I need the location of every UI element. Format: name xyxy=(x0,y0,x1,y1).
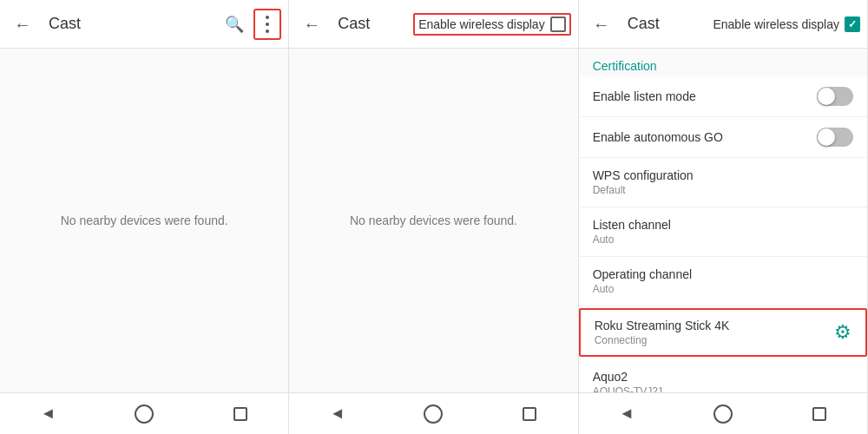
dot-3 xyxy=(266,30,269,33)
back-triangle-icon-2: ◄ xyxy=(330,404,345,423)
back-button-3[interactable]: ← xyxy=(586,9,617,40)
device-aquo2-status: AQUOS-TVJ21 xyxy=(593,385,664,392)
device-roku-highlight: Roku Streaming Stick 4K Connecting ⚙ xyxy=(579,308,867,357)
content-1: No nearby devices were found. xyxy=(0,49,288,392)
device-aquo2-text: Aquo2 AQUOS-TVJ21 xyxy=(593,370,664,392)
square-icon-1 xyxy=(233,407,247,421)
nav-recents-1[interactable] xyxy=(227,400,254,428)
setting-operating-channel[interactable]: Operating channel Auto xyxy=(579,257,867,306)
nav-recents-3[interactable] xyxy=(806,400,833,428)
enable-wireless-container-3: Enable wireless display xyxy=(713,16,860,32)
section-certification: Certification xyxy=(579,49,867,76)
content-2: No nearby devices were found. xyxy=(289,49,577,392)
device-roku-status: Connecting xyxy=(595,334,730,346)
menu-highlight-1 xyxy=(253,9,281,40)
panel-3: ← Cast Enable wireless display Certifica… xyxy=(579,0,868,434)
nav-home-3[interactable] xyxy=(709,400,737,428)
enable-wireless-label-2: Enable wireless display xyxy=(418,17,545,31)
gear-icon[interactable]: ⚙ xyxy=(834,321,852,344)
topbar-1: ← Cast 🔍 xyxy=(0,0,288,49)
setting-wps-config-label: WPS configuration xyxy=(593,168,694,182)
setting-operating-channel-text: Operating channel Auto xyxy=(593,267,692,295)
device-aquo2-name: Aquo2 xyxy=(593,370,664,384)
nav-home-2[interactable] xyxy=(419,400,447,428)
panel-2: ← Cast Enable wireless display No nearby… xyxy=(289,0,578,434)
setting-wps-config-sub: Default xyxy=(593,184,694,196)
circle-icon-1 xyxy=(135,404,154,424)
device-roku-name: Roku Streaming Stick 4K xyxy=(595,319,730,332)
setting-autonomous-go-label: Enable autonomous GO xyxy=(593,130,723,144)
no-devices-text-2: No nearby devices were found. xyxy=(350,214,517,227)
bottombar-2: ◄ xyxy=(289,392,577,434)
setting-listen-mode-text: Enable listen mode xyxy=(593,89,696,103)
search-button-1[interactable]: 🔍 xyxy=(219,9,250,40)
settings-content-3: Certification Enable listen mode Enable … xyxy=(579,49,867,392)
enable-wireless-checkbox-3[interactable] xyxy=(845,16,860,32)
circle-icon-2 xyxy=(424,404,443,424)
topbar-actions-1: 🔍 xyxy=(219,9,281,40)
bottombar-3: ◄ xyxy=(579,392,867,434)
setting-listen-channel-label: Listen channel xyxy=(593,218,671,232)
no-devices-text-1: No nearby devices were found. xyxy=(61,214,228,227)
setting-wps-config[interactable]: WPS configuration Default xyxy=(579,158,867,207)
three-dots-icon xyxy=(266,16,269,33)
enable-wireless-checkbox-2[interactable] xyxy=(550,16,566,32)
setting-listen-channel-sub: Auto xyxy=(593,233,671,246)
setting-autonomous-go-text: Enable autonomous GO xyxy=(593,130,723,144)
more-options-button-1[interactable] xyxy=(255,9,279,40)
nav-back-2[interactable]: ◄ xyxy=(324,400,352,428)
device-aquo2[interactable]: Aquo2 AQUOS-TVJ21 xyxy=(579,359,867,392)
square-icon-2 xyxy=(523,407,536,421)
back-button-2[interactable]: ← xyxy=(296,9,327,40)
setting-listen-mode-label: Enable listen mode xyxy=(593,89,696,103)
topbar-2: ← Cast Enable wireless display xyxy=(289,0,577,49)
circle-icon-3 xyxy=(713,404,733,424)
panel-1: ← Cast 🔍 No nearby devices were found. ◄ xyxy=(0,0,289,434)
title-3: Cast xyxy=(628,15,713,33)
nav-recents-2[interactable] xyxy=(516,400,543,428)
nav-home-1[interactable] xyxy=(130,400,158,428)
setting-operating-channel-label: Operating channel xyxy=(593,267,692,281)
back-triangle-icon-3: ◄ xyxy=(619,404,635,423)
dot-2 xyxy=(266,23,269,26)
setting-listen-channel-text: Listen channel Auto xyxy=(593,218,671,246)
setting-autonomous-go: Enable autonomous GO xyxy=(579,117,867,158)
nav-back-3[interactable]: ◄ xyxy=(613,400,641,428)
enable-wireless-label-3: Enable wireless display xyxy=(713,17,839,31)
device-roku-wrapper: Roku Streaming Stick 4K Connecting ⚙ xyxy=(579,306,867,358)
setting-listen-mode: Enable listen mode xyxy=(579,76,867,117)
title-1: Cast xyxy=(49,15,219,33)
back-triangle-icon-1: ◄ xyxy=(40,404,56,423)
device-roku-text: Roku Streaming Stick 4K Connecting xyxy=(595,319,730,346)
nav-back-1[interactable]: ◄ xyxy=(34,400,62,428)
topbar-3: ← Cast Enable wireless display xyxy=(579,0,867,49)
dot-1 xyxy=(266,16,269,19)
square-icon-3 xyxy=(812,407,826,421)
back-button-1[interactable]: ← xyxy=(7,9,38,40)
toggle-listen-mode[interactable] xyxy=(817,87,853,106)
title-2: Cast xyxy=(338,15,413,33)
bottombar-1: ◄ xyxy=(0,392,288,434)
enable-wireless-highlight-2: Enable wireless display xyxy=(413,13,571,36)
setting-wps-config-text: WPS configuration Default xyxy=(593,168,694,196)
toggle-autonomous-go[interactable] xyxy=(817,128,853,147)
setting-operating-channel-sub: Auto xyxy=(593,283,692,295)
setting-listen-channel[interactable]: Listen channel Auto xyxy=(579,207,867,257)
